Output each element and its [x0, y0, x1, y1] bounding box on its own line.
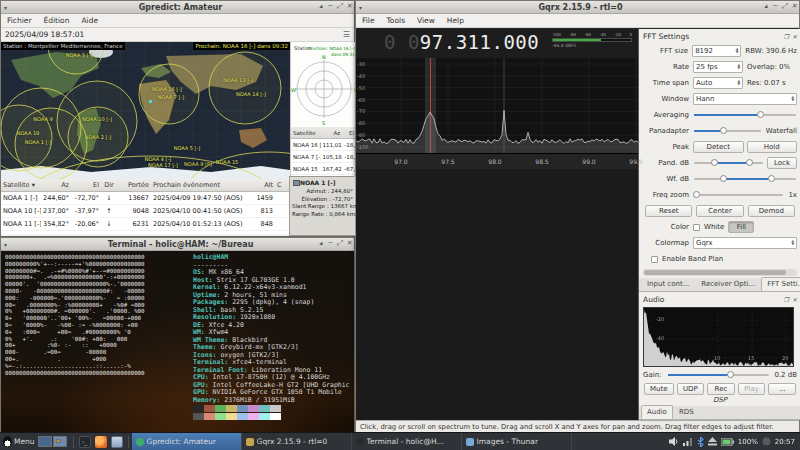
close-icon[interactable]: ✕ — [346, 239, 352, 247]
fft-size-spinbox[interactable]: 8192▲▼ — [692, 45, 741, 57]
column-header[interactable]: Satellite — [291, 130, 321, 136]
battery-icon[interactable] — [721, 438, 734, 446]
menu-edition[interactable]: Édition — [38, 16, 76, 25]
averaging-slider[interactable] — [693, 109, 797, 121]
gqrx-titlebar[interactable]: ▾ Gqrx 2.15.9 - rtl=0 ▴−⤢✕ — [356, 1, 799, 14]
taskbar-window-3[interactable]: Images - Thunar — [462, 433, 572, 450]
firefox-icon[interactable] — [95, 436, 107, 448]
table-row[interactable]: NOAA 11 [-]354,82°-20,06°↓62312025/04/10… — [1, 218, 290, 231]
dock-tab-2[interactable]: FFT Setti... — [761, 277, 800, 291]
workspace-switcher[interactable] — [38, 436, 67, 447]
colormap-combobox[interactable]: Gqrx▲▼ — [693, 237, 797, 249]
menu-aide[interactable]: Aide — [75, 16, 104, 25]
menu-penguin-icon[interactable] — [3, 436, 12, 447]
minimize-icon[interactable]: − — [327, 2, 333, 10]
reset-button[interactable]: Reset — [645, 205, 692, 217]
band-plan-checkbox[interactable] — [651, 256, 658, 263]
spectrum-plot[interactable]: -30-40-50-60-70-80-90-100 — [356, 58, 638, 153]
satellite-map[interactable]: NOAA 3 [-]NOAA 16 [-]NOAA 7 [-]NOAA 13 [… — [1, 42, 290, 179]
column-header[interactable]: Prochain événement — [151, 181, 253, 189]
column-header[interactable]: Portée — [117, 181, 151, 189]
workspace-2[interactable] — [53, 436, 67, 447]
audio-tab-1[interactable]: RDS — [673, 405, 700, 419]
maximize-icon[interactable]: ⤢ — [337, 2, 343, 10]
menu-fichier[interactable]: Fichier — [1, 16, 38, 25]
terminal-titlebar[interactable]: ▾ Terminal - holic@HAM: ~/Bureau ▴−⤢✕ — [1, 238, 354, 251]
table-row[interactable]: NOAA 16 [-]111,01°-18,98 — [291, 139, 356, 151]
shade-icon[interactable]: ▴ — [764, 2, 768, 10]
minimize-icon[interactable]: − — [772, 2, 778, 10]
column-header[interactable]: C — [275, 181, 290, 189]
pandapter-db-range-slider[interactable] — [693, 157, 764, 169]
audio-play-button[interactable]: Play — [738, 383, 766, 395]
column-header[interactable]: El — [342, 130, 356, 136]
column-header[interactable]: Dir — [101, 181, 117, 189]
menu-tools[interactable]: Tools — [381, 16, 411, 25]
eject-icon[interactable] — [708, 437, 717, 446]
column-header[interactable]: Az — [321, 130, 343, 136]
terminal-launcher-icon[interactable]: ›_ — [79, 436, 91, 448]
waterfall-db-range-slider[interactable] — [693, 173, 797, 185]
freq-zoom-slider[interactable] — [693, 189, 784, 201]
close-icon[interactable]: ✕ — [346, 2, 352, 10]
column-header[interactable]: Az — [41, 181, 71, 189]
maximize-icon[interactable]: ⤢ — [782, 2, 788, 10]
audio-gain-slider[interactable] — [667, 369, 770, 381]
close-panel-icon[interactable]: ✕ — [792, 296, 797, 303]
float-panel-icon[interactable]: ❐ — [784, 296, 789, 303]
taskbar-window-1[interactable]: Gqrx 2.15.9 - rtl=0 — [242, 433, 352, 450]
module-menu-icon[interactable]: ☰ — [343, 30, 350, 39]
panadapter-waterfall-slider[interactable] — [693, 125, 762, 137]
menu-view[interactable]: View — [411, 16, 441, 25]
volume-icon[interactable] — [669, 437, 679, 446]
column-header[interactable]: El — [71, 181, 101, 189]
demod-button[interactable]: Demod — [748, 205, 795, 217]
table-row[interactable]: NOAA 7 [-]105,18°-18,74 — [291, 151, 356, 163]
timespan-spinbox[interactable]: Auto▲▼ — [693, 77, 743, 89]
shade-icon[interactable]: ▴ — [319, 2, 323, 10]
center-button[interactable]: Center — [696, 205, 743, 217]
column-header[interactable]: Satellite ▾ — [1, 181, 41, 189]
satellite-side-table[interactable]: SatelliteAzElNOAA 16 [-]111,01°-18,98NOA… — [290, 127, 356, 176]
maximize-icon[interactable]: ⤢ — [337, 239, 343, 247]
minimize-icon[interactable]: − — [327, 239, 333, 247]
audio-mute-button[interactable]: Mute — [644, 383, 674, 395]
polar-plot[interactable]: Station Prochain: NOAA 16 [-] dans 09:31… — [290, 42, 356, 127]
dock-horizontal-scrollbar[interactable] — [643, 269, 797, 276]
gpredict-titlebar[interactable]: ▾ Gpredict: Amateur ▴−⤢✕ — [1, 1, 354, 14]
audio--button[interactable]: ... — [768, 383, 796, 395]
taskbar-window-2[interactable]: Terminal - holic@H... — [352, 433, 462, 450]
audio-rec-button[interactable]: Rec — [707, 383, 735, 395]
audio-tab-0[interactable]: Audio — [641, 405, 673, 419]
close-icon[interactable]: ✕ — [791, 2, 797, 10]
lock-button[interactable]: Lock — [767, 157, 797, 169]
peak-hold-button[interactable]: Hold — [747, 141, 798, 153]
frequency-axis[interactable]: 97.097.598.098.599.099.5 — [356, 153, 638, 169]
frequency-display[interactable]: 0 097.311.000 — [384, 31, 539, 53]
rate-spinbox[interactable]: 25 fps▲▼ — [693, 61, 743, 73]
menu-file[interactable]: File — [356, 16, 381, 25]
shade-icon[interactable]: ▴ — [319, 239, 323, 247]
table-row[interactable]: NOAA 15167,42°-67,12 — [291, 163, 356, 175]
peak-detect-button[interactable]: Detect — [693, 141, 744, 153]
terminal-content[interactable]: 0000000000000000000000000000000000000000… — [1, 251, 354, 432]
dock-tab-1[interactable]: Receiver Opti... — [695, 277, 761, 291]
audio-udp-button[interactable]: UDP — [677, 383, 705, 395]
close-panel-icon[interactable]: ✕ — [792, 33, 797, 40]
updates-icon[interactable] — [762, 437, 771, 446]
float-panel-icon[interactable]: ❐ — [784, 33, 789, 40]
fill-toggle-button[interactable]: Fill — [728, 221, 754, 233]
column-header[interactable]: Alt — [253, 181, 275, 189]
bluetooth-icon[interactable] — [697, 437, 704, 447]
dock-tab-0[interactable]: Input cont... — [641, 277, 695, 291]
window-combobox[interactable]: Hann▲▼ — [693, 93, 797, 105]
menu-button[interactable]: Menu — [14, 437, 35, 446]
network-signal-icon[interactable] — [683, 437, 693, 446]
table-row[interactable]: NOAA 10 [-]237,00°-37,97°↑90482025/04/10… — [1, 205, 290, 218]
files-launcher-icon[interactable] — [111, 436, 123, 448]
taskbar-window-0[interactable]: Gpredict: Amateur — [132, 433, 242, 450]
table-row[interactable]: NOAA 1 [-]244,60°-72,70°↓136672025/04/09… — [1, 192, 290, 205]
white-checkbox[interactable] — [693, 224, 700, 231]
menu-help[interactable]: Help — [441, 16, 470, 25]
satellite-table[interactable]: Satellite ▾AzElDirPortéeProchain événeme… — [1, 179, 290, 236]
